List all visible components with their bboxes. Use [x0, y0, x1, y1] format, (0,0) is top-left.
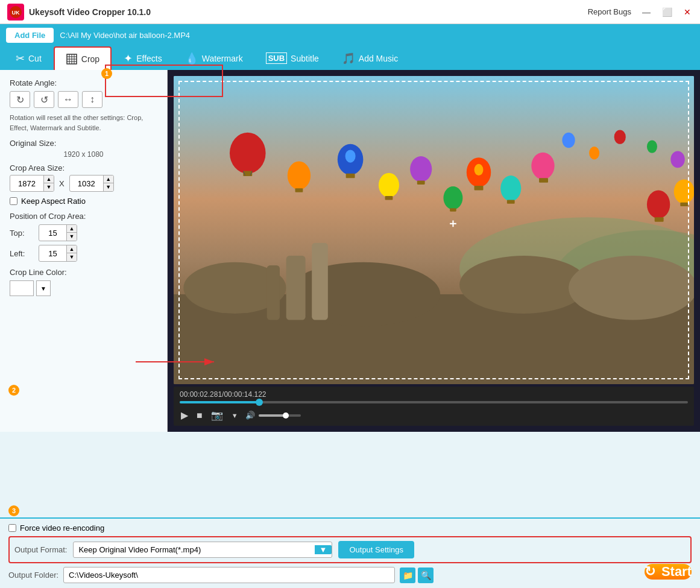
seek-thumb[interactable] [256, 399, 263, 406]
stop-button[interactable]: ■ [195, 409, 204, 422]
video-controls: 00:00:02.281/00:00:14.122 ▶ ■ 📷 ▼ 🔊 [174, 387, 694, 426]
svg-point-47 [647, 191, 670, 219]
left-input[interactable]: 15 [39, 247, 66, 260]
subtitle-icon: SUB [266, 52, 287, 64]
crop-icon [66, 52, 78, 65]
svg-point-14 [286, 262, 441, 326]
rotate-ccw-button[interactable]: ↺ [34, 91, 54, 108]
original-size-value: 1920 x 1080 [10, 150, 157, 159]
video-background [174, 76, 694, 384]
tab-add-music[interactable]: 🎵 Add Music [331, 46, 409, 70]
tab-effects[interactable]: ✦ Effects [113, 46, 173, 70]
add-music-icon: 🎵 [342, 52, 355, 65]
crop-width-input[interactable]: 1872 [10, 177, 43, 190]
output-folder-input[interactable] [63, 567, 395, 583]
keep-aspect-ratio-checkbox[interactable] [10, 197, 17, 205]
svg-rect-25 [295, 189, 303, 192]
color-picker-row: ▼ [10, 280, 157, 296]
svg-rect-37 [475, 186, 484, 190]
crop-line-color-label: Crop Line Color: [10, 268, 67, 277]
maximize-button[interactable]: ⬜ [661, 7, 672, 17]
seek-bar[interactable] [180, 401, 688, 403]
svg-point-42 [562, 133, 575, 148]
close-button[interactable]: ✕ [682, 7, 693, 17]
left-spinbox[interactable]: 15 ▲ ▼ [39, 245, 77, 262]
svg-rect-50 [680, 203, 688, 206]
crop-height-spinbox[interactable]: 1032 ▲ ▼ [69, 175, 114, 192]
top-down[interactable]: ▼ [67, 233, 77, 241]
svg-point-44 [614, 130, 626, 144]
output-settings-button[interactable]: Output Settings [338, 541, 414, 558]
crop-height-input[interactable]: 1032 [70, 177, 103, 190]
crop-height-down[interactable]: ▼ [104, 183, 113, 191]
folder-search-button[interactable]: 🔍 [418, 567, 434, 583]
keep-aspect-ratio-label: Keep Aspect Ratio [21, 197, 86, 206]
volume-slider[interactable] [259, 414, 301, 417]
force-encode-row: Force video re-encoding [8, 523, 692, 533]
volume-thumb[interactable] [283, 413, 289, 419]
add-file-button[interactable]: Add File [6, 28, 54, 43]
top-spinbox[interactable]: 15 ▲ ▼ [39, 224, 77, 241]
left-down[interactable]: ▼ [67, 253, 77, 261]
svg-point-38 [500, 175, 521, 201]
svg-point-31 [410, 156, 432, 182]
bottom-bar: Force video re-encoding Output Format: K… [0, 517, 700, 588]
svg-point-40 [531, 153, 554, 180]
svg-point-43 [589, 147, 599, 159]
rotate-cw-button[interactable]: ↻ [10, 91, 30, 108]
time-current: 00:00:02.281 [180, 390, 222, 399]
tab-cut[interactable]: ✂ Cut [5, 46, 52, 70]
rotation-note: Rotation will reset all the other settin… [10, 113, 157, 133]
flip-v-button[interactable]: ↕ [82, 91, 102, 108]
left-up[interactable]: ▲ [67, 245, 77, 253]
rotate-angle-label: Rotate Angle: [10, 78, 157, 87]
screenshot-button[interactable]: 📷 [210, 408, 224, 422]
svg-point-27 [345, 150, 356, 163]
crop-height-up[interactable]: ▲ [104, 175, 113, 183]
svg-point-15 [459, 256, 588, 314]
crop-width-down[interactable]: ▼ [44, 183, 54, 191]
format-dropdown-button[interactable]: ▼ [315, 545, 332, 554]
flip-h-button[interactable]: ↔ [58, 91, 78, 108]
output-format-label: Output Format: [14, 545, 67, 554]
svg-point-33 [443, 186, 462, 209]
tab-watermark-label: Watermark [202, 54, 243, 63]
top-pos-row: Top: 15 ▲ ▼ [10, 224, 157, 241]
start-label: Start [661, 564, 692, 580]
tab-crop[interactable]: Crop [54, 46, 112, 70]
minimize-button[interactable]: — [641, 7, 652, 17]
svg-rect-28 [346, 174, 355, 178]
screenshot-dropdown[interactable]: ▼ [230, 411, 239, 420]
effects-icon: ✦ [124, 52, 133, 65]
report-bugs-link[interactable]: Report Bugs [588, 7, 631, 16]
output-folder-label: Output Folder: [8, 571, 58, 580]
crop-width-spinbox[interactable]: 1872 ▲ ▼ [10, 175, 54, 192]
video-panel: 00:00:02.281/00:00:14.122 ▶ ■ 📷 ▼ 🔊 [168, 70, 700, 432]
start-button[interactable]: ↻ Start [645, 564, 692, 580]
tab-cut-label: Cut [28, 54, 42, 63]
app-title: Ukeysoft Video Cropper 10.1.0 [29, 7, 151, 17]
start-icon: ↻ [645, 564, 655, 580]
folder-browse-button[interactable]: 📁 [400, 567, 415, 583]
main-content: Rotate Angle: ↻ ↺ ↔ ↕ Rotation will rese… [0, 70, 700, 432]
tab-watermark[interactable]: 💧 Watermark [174, 46, 254, 70]
crop-width-up[interactable]: ▲ [44, 175, 54, 183]
playback-controls: ▶ ■ 📷 ▼ 🔊 [180, 408, 688, 422]
rotate-buttons: ↻ ↺ ↔ ↕ [10, 91, 157, 108]
top-up[interactable]: ▲ [67, 225, 77, 233]
seek-bar-container[interactable] [180, 401, 688, 403]
keep-aspect-ratio-row: Keep Aspect Ratio [10, 197, 157, 206]
left-panel: Rotate Angle: ↻ ↺ ↔ ↕ Rotation will rese… [0, 70, 168, 432]
top-label: Top: [10, 229, 34, 238]
play-button[interactable]: ▶ [180, 408, 189, 422]
volume-bar: 🔊 [245, 411, 301, 420]
color-dropdown-button[interactable]: ▼ [36, 280, 51, 296]
tab-subtitle-label: Subtitle [291, 54, 319, 63]
color-swatch[interactable] [10, 280, 34, 296]
volume-fill [259, 414, 284, 417]
force-encode-checkbox[interactable] [8, 524, 16, 532]
top-input[interactable]: 15 [39, 227, 66, 239]
time-total: 00:00:14.122 [224, 390, 266, 399]
left-pos-row: Left: 15 ▲ ▼ [10, 245, 157, 262]
tab-subtitle[interactable]: SUB Subtitle [255, 46, 330, 70]
